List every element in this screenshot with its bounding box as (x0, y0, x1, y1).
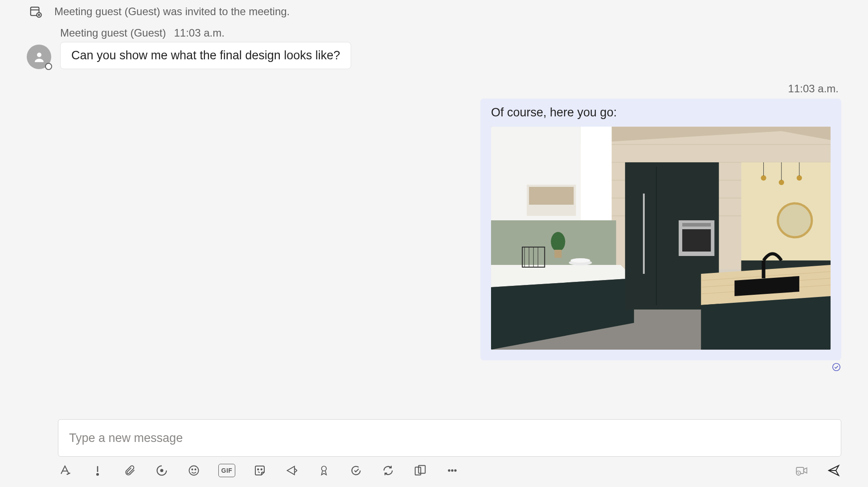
sticker-button[interactable] (252, 463, 267, 478)
format-button[interactable] (58, 463, 73, 478)
system-event-text: Meeting guest (Guest) was invited to the… (54, 5, 290, 18)
message-input[interactable] (58, 419, 841, 457)
gif-button[interactable]: GIF (218, 464, 235, 477)
svg-marker-43 (701, 296, 831, 350)
svg-rect-25 (682, 229, 711, 252)
svg-rect-17 (529, 187, 573, 205)
system-event-row: Meeting guest (Guest) was invited to the… (27, 0, 841, 27)
incoming-message-row: Meeting guest (Guest) 11:03 a.m. Can you… (27, 27, 841, 69)
attach-button[interactable] (122, 463, 137, 478)
svg-rect-67 (418, 466, 425, 474)
attached-image[interactable] (491, 127, 831, 350)
more-options-button[interactable] (445, 463, 460, 478)
svg-point-60 (195, 469, 196, 470)
chat-area: Meeting guest (Guest) was invited to the… (0, 0, 868, 487)
message-time: 11:03 a.m. (174, 27, 224, 39)
priority-button[interactable] (90, 463, 105, 478)
svg-point-68 (448, 470, 450, 471)
svg-rect-21 (581, 127, 612, 220)
svg-rect-66 (415, 467, 421, 475)
compose-area: GIF (58, 419, 841, 478)
compose-toolbar: GIF (58, 463, 841, 478)
actions-button[interactable] (284, 463, 299, 478)
svg-point-35 (778, 203, 812, 237)
emoji-button[interactable] (186, 463, 201, 478)
outgoing-message-time: 11:03 a.m. (788, 83, 841, 95)
calendar-add-icon (27, 3, 45, 21)
avatar-guest[interactable] (27, 45, 51, 69)
outgoing-message-body: Of course, here you go: (491, 106, 831, 120)
svg-point-59 (192, 469, 192, 470)
video-clip-button[interactable] (794, 463, 809, 478)
outgoing-message-row: 11:03 a.m. Of course, here you go: (27, 83, 841, 374)
svg-point-53 (833, 363, 840, 371)
svg-point-31 (797, 175, 802, 181)
svg-point-57 (160, 469, 164, 472)
presence-indicator (45, 63, 52, 70)
svg-rect-27 (643, 194, 645, 274)
outgoing-message-bubble[interactable]: Of course, here you go: (480, 99, 841, 360)
kitchen-illustration (491, 127, 831, 350)
apps-button[interactable] (413, 463, 428, 478)
svg-point-70 (454, 470, 456, 471)
incoming-message-body: Can you show me what the final design lo… (71, 49, 340, 62)
svg-point-30 (779, 180, 784, 185)
message-author: Meeting guest (Guest) (60, 27, 166, 39)
incoming-message-bubble[interactable]: Can you show me what the final design lo… (60, 42, 351, 69)
loop-button[interactable] (154, 463, 169, 478)
praise-button[interactable] (316, 463, 332, 478)
svg-point-56 (97, 474, 98, 475)
send-button[interactable] (826, 463, 841, 478)
svg-point-29 (761, 175, 766, 181)
svg-point-62 (261, 469, 262, 470)
updates-button[interactable] (381, 463, 396, 478)
svg-point-52 (570, 258, 590, 263)
approvals-button[interactable] (348, 463, 364, 478)
svg-rect-26 (682, 223, 711, 227)
svg-point-49 (551, 232, 565, 252)
svg-point-61 (258, 469, 259, 470)
svg-point-69 (451, 470, 453, 471)
svg-point-5 (37, 53, 41, 57)
svg-point-58 (189, 466, 199, 475)
svg-rect-50 (554, 250, 561, 258)
read-receipt-icon (831, 362, 841, 374)
svg-point-65 (322, 466, 327, 471)
person-icon (33, 50, 46, 64)
svg-rect-42 (762, 260, 766, 278)
